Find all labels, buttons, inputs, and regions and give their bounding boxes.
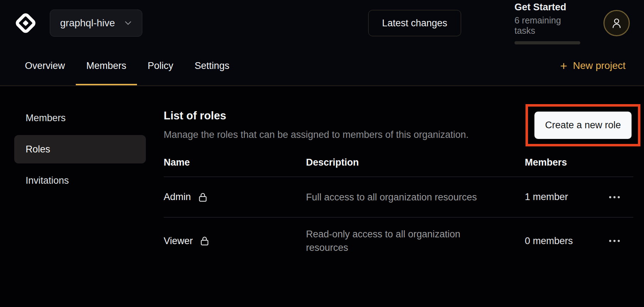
role-member-count: 0 members bbox=[525, 236, 591, 247]
roles-table: Name Description Members Admin Full acce… bbox=[164, 149, 633, 264]
hive-logo-icon[interactable] bbox=[14, 12, 37, 34]
sidebar-item-invitations[interactable]: Invitations bbox=[14, 166, 146, 195]
role-name-cell: Viewer bbox=[164, 235, 306, 247]
create-new-role-button[interactable]: Create a new role bbox=[534, 112, 632, 139]
role-actions-cell bbox=[591, 237, 633, 245]
top-bar: graphql-hive Latest changes Get Started … bbox=[0, 0, 644, 46]
latest-changes-button[interactable]: Latest changes bbox=[368, 10, 461, 36]
tab-overview[interactable]: Overview bbox=[14, 46, 76, 85]
role-description: Read-only access to all organization res… bbox=[306, 227, 493, 254]
table-row-viewer: Viewer Read-only access to all organizat… bbox=[164, 217, 633, 264]
chevron-down-icon bbox=[124, 21, 132, 26]
column-header-description: Description bbox=[306, 157, 525, 168]
org-tab-bar: Overview Members Policy Settings + New p… bbox=[0, 46, 644, 86]
roles-panel: List of roles Manage the roles that can … bbox=[149, 87, 644, 307]
table-row-admin: Admin Full access to all organization re… bbox=[164, 177, 633, 217]
organization-selector[interactable]: graphql-hive bbox=[50, 10, 142, 37]
plus-icon: + bbox=[560, 60, 567, 72]
sidebar-item-members[interactable]: Members bbox=[14, 104, 146, 132]
lock-icon bbox=[197, 192, 208, 203]
role-name: Admin bbox=[164, 192, 191, 203]
role-name: Viewer bbox=[164, 236, 193, 247]
lock-icon bbox=[199, 235, 210, 247]
new-project-button[interactable]: + New project bbox=[560, 46, 630, 85]
get-started-title: Get Started bbox=[514, 2, 583, 13]
members-sidebar: Members Roles Invitations bbox=[0, 87, 149, 307]
get-started-remaining-tasks: 6 remaining tasks bbox=[514, 15, 583, 36]
tab-members[interactable]: Members bbox=[76, 46, 137, 85]
column-header-name: Name bbox=[164, 157, 306, 168]
get-started-progress-bar bbox=[514, 41, 580, 44]
user-avatar-button[interactable] bbox=[603, 10, 630, 36]
annotation-highlight-box: Create a new role bbox=[526, 104, 640, 146]
get-started-widget[interactable]: Get Started 6 remaining tasks bbox=[514, 2, 583, 44]
new-project-label: New project bbox=[573, 60, 625, 71]
organization-name: graphql-hive bbox=[60, 17, 115, 29]
column-header-members: Members bbox=[525, 157, 591, 168]
tab-settings[interactable]: Settings bbox=[184, 46, 240, 85]
more-options-icon[interactable] bbox=[608, 237, 621, 245]
user-icon bbox=[611, 17, 623, 29]
sidebar-item-roles[interactable]: Roles bbox=[14, 135, 146, 163]
tab-policy[interactable]: Policy bbox=[137, 46, 184, 85]
hive-dashboard: graphql-hive Latest changes Get Started … bbox=[0, 0, 644, 307]
more-options-icon[interactable] bbox=[608, 193, 621, 201]
role-member-count: 1 member bbox=[525, 192, 591, 203]
role-description: Full access to all organization resource… bbox=[306, 190, 493, 204]
role-actions-cell bbox=[591, 193, 633, 201]
roles-table-header: Name Description Members bbox=[164, 149, 633, 177]
role-name-cell: Admin bbox=[164, 192, 306, 203]
content-area: Members Roles Invitations List of roles … bbox=[0, 87, 644, 307]
